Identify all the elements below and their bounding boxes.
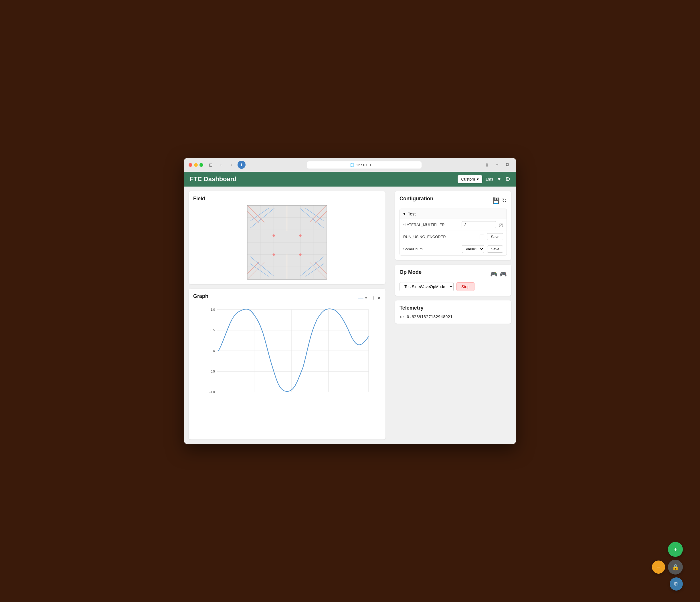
config-header: Configuration 💾 ↻: [400, 196, 507, 205]
field-title: Field: [193, 196, 381, 202]
config-label-1: RUN_USING_ENCODER: [403, 235, 477, 239]
graph-svg: 1.0 0.5 0 -0.5 -1.0: [193, 305, 381, 397]
refresh-config-button[interactable]: ↻: [502, 197, 507, 204]
graph-card: Graph x ⏸ ✕: [189, 289, 385, 440]
gamepad-1-icon: 🎮: [490, 271, 497, 278]
section-name: Test: [408, 211, 416, 216]
graph-header: Graph x ⏸ ✕: [193, 293, 381, 303]
config-actions: 💾 ↻: [493, 197, 507, 204]
svg-text:1.0: 1.0: [210, 308, 215, 311]
graph-area: 1.0 0.5 0 -0.5 -1.0: [193, 305, 381, 397]
dashboard-content: Field: [184, 186, 516, 444]
share-button[interactable]: ⬆: [483, 161, 491, 169]
wifi-icon: ▼: [497, 176, 502, 182]
enum-save-button[interactable]: Save: [487, 246, 503, 253]
config-section-header[interactable]: ▾ Test: [400, 209, 506, 219]
op-mode-title: Op Mode: [400, 269, 422, 275]
minimize-button[interactable]: [194, 163, 198, 167]
config-row-1: RUN_USING_ENCODER Save: [400, 231, 506, 243]
close-graph-button[interactable]: ✕: [377, 295, 381, 301]
sidebar-toggle[interactable]: ⊞: [207, 161, 215, 169]
field-svg: [247, 205, 327, 279]
minus-fab[interactable]: −: [652, 560, 665, 574]
address-bar-area: 🌐 127.0.0.1 ...: [249, 161, 479, 169]
copy-fab[interactable]: ⧉: [670, 577, 683, 591]
globe-icon: 🌐: [350, 163, 354, 167]
dashboard-header: FTC Dashboard Custom ▾ 1ms ▼ ⚙: [184, 172, 516, 186]
back-button[interactable]: ‹: [217, 161, 225, 169]
browser-icon: i: [238, 161, 246, 169]
svg-point-32: [299, 253, 302, 256]
gamepad-icons: 🎮 🎮: [490, 271, 507, 278]
configuration-card: Configuration 💾 ↻ ▾ Test *LATERAL_MULTIP…: [395, 191, 511, 260]
config-label-0: *LATERAL_MULTIPLIER: [403, 223, 459, 227]
copy-icon: ⧉: [674, 581, 678, 587]
dropdown-arrow: ▾: [477, 177, 479, 181]
svg-text:0.5: 0.5: [210, 328, 215, 332]
telemetry-card: Telemetry x: 0.62891327182948921: [395, 300, 511, 324]
add-fab[interactable]: +: [668, 542, 683, 557]
config-row-2: SomeEnum Value1 Value2 Value3 Save: [400, 243, 506, 255]
address-bar[interactable]: 🌐 127.0.0.1 ...: [307, 161, 422, 169]
graph-controls: ⏸ ✕: [370, 295, 381, 301]
op-mode-select[interactable]: TestSineWaveOpMode: [400, 282, 454, 291]
lateral-multiplier-input[interactable]: [461, 221, 496, 228]
config-title: Configuration: [400, 196, 433, 202]
lock-fab[interactable]: 🔒: [668, 560, 683, 575]
op-mode-controls: TestSineWaveOpMode Stop: [400, 282, 507, 291]
left-panel: Field: [184, 186, 390, 444]
fab-row: − 🔒: [652, 560, 683, 575]
field-card: Field: [189, 191, 385, 284]
ping-display: 1ms: [486, 177, 493, 181]
new-tab-button[interactable]: +: [493, 161, 501, 169]
maximize-button[interactable]: [199, 163, 203, 167]
close-button[interactable]: [189, 163, 192, 167]
op-mode-card: Op Mode 🎮 🎮 TestSineWaveOpMode Stop: [395, 265, 511, 296]
graph-legend: x: [358, 296, 367, 300]
browser-window: ⊞ ‹ › i 🌐 127.0.0.1 ... ⬆ + ⧉ FTC Dashbo…: [184, 158, 516, 444]
custom-label: Custom: [461, 177, 475, 181]
run-using-encoder-checkbox[interactable]: [480, 235, 484, 239]
gamepad-2-icon: 🎮: [500, 271, 507, 278]
field-grid: [247, 205, 327, 279]
config-section: ▾ Test *LATERAL_MULTIPLIER (2) RUN_USING…: [400, 208, 507, 255]
lock-icon: 🔒: [672, 564, 679, 571]
svg-point-30: [299, 234, 302, 236]
more-options[interactable]: ...: [375, 163, 379, 167]
graph-title: Graph: [193, 293, 208, 299]
svg-text:-0.5: -0.5: [209, 370, 215, 373]
url-text: 127.0.0.1: [356, 163, 372, 167]
browser-right-controls: ⬆ + ⧉: [483, 161, 511, 169]
run-encoder-save-button[interactable]: Save: [487, 233, 503, 240]
config-default-0: (2): [499, 223, 503, 227]
tabs-button[interactable]: ⧉: [503, 161, 511, 169]
op-mode-header: Op Mode 🎮 🎮: [400, 269, 507, 279]
fab-container: + − 🔒 ⧉: [652, 542, 683, 591]
browser-controls: ⊞ ‹ › i: [207, 161, 246, 169]
telemetry-title: Telemetry: [400, 305, 507, 311]
stop-button[interactable]: Stop: [456, 282, 474, 291]
right-panel: Configuration 💾 ↻ ▾ Test *LATERAL_MULTIP…: [390, 186, 516, 444]
svg-text:0: 0: [213, 349, 215, 352]
legend-line: [358, 298, 364, 298]
browser-chrome: ⊞ ‹ › i 🌐 127.0.0.1 ... ⬆ + ⧉: [184, 158, 516, 172]
section-collapse-icon: ▾: [403, 211, 405, 216]
forward-button[interactable]: ›: [227, 161, 235, 169]
svg-point-29: [272, 234, 275, 236]
custom-dropdown[interactable]: Custom ▾: [458, 175, 482, 183]
config-row-0: *LATERAL_MULTIPLIER (2): [400, 219, 506, 231]
legend-label: x: [365, 296, 367, 300]
svg-text:-1.0: -1.0: [209, 390, 215, 394]
telemetry-value: x: 0.62891327182948921: [400, 315, 507, 319]
settings-icon[interactable]: ⚙: [505, 176, 510, 182]
header-right: Custom ▾ 1ms ▼ ⚙: [458, 175, 510, 183]
some-enum-select[interactable]: Value1 Value2 Value3: [462, 245, 484, 253]
save-config-button[interactable]: 💾: [493, 197, 500, 204]
svg-point-31: [272, 253, 275, 256]
field-container: [193, 205, 381, 279]
dashboard-title: FTC Dashboard: [190, 175, 237, 183]
config-label-2: SomeEnum: [403, 247, 459, 251]
pause-button[interactable]: ⏸: [370, 295, 375, 301]
traffic-lights: [189, 163, 203, 167]
